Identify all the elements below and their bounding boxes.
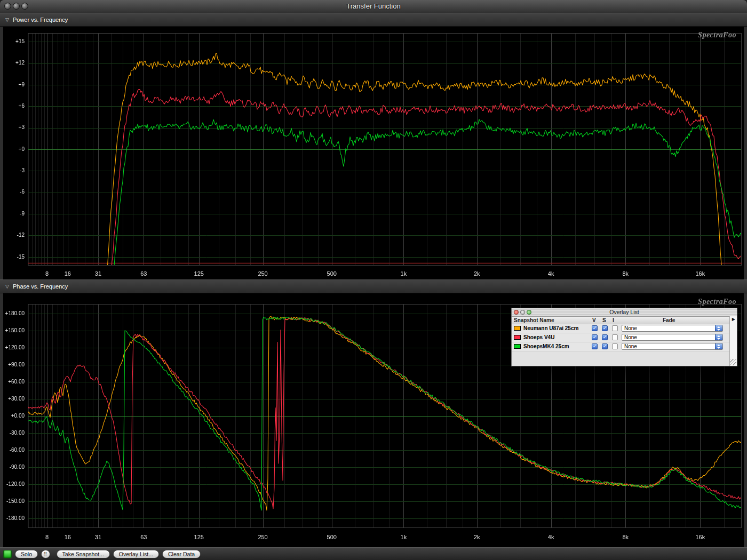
- invert-checkbox[interactable]: [612, 343, 618, 349]
- instrument-power-led[interactable]: [3, 550, 12, 558]
- power-header-label: Power vs. Frequency: [13, 17, 68, 23]
- clear-data-button[interactable]: Clear Data: [162, 550, 201, 558]
- overlay-list-window: Overlay List Snapshot Name V S I Fade ▶ …: [511, 308, 737, 366]
- solo-checkbox[interactable]: ✓: [602, 325, 608, 331]
- snapshot-name: Neumann U87ai 25cm: [523, 325, 578, 331]
- overlay-rows: Neumann U87ai 25cm✓✓NoneShoeps V4U✓✓None…: [512, 324, 729, 351]
- fade-value: None: [624, 325, 637, 332]
- invert-checkbox[interactable]: [612, 334, 618, 340]
- scroll-right-icon[interactable]: ▶: [732, 317, 735, 322]
- bottom-toolbar: Solo ⠿ Take Snapshot... Overlay List... …: [0, 547, 747, 560]
- titlebar[interactable]: Transfer Function: [0, 0, 747, 13]
- spectrafoo-logo: SpectraFoo: [698, 298, 736, 306]
- overlay-zoom-button[interactable]: [527, 310, 531, 315]
- close-button[interactable]: [4, 3, 11, 10]
- disclosure-triangle-icon[interactable]: ▽: [5, 284, 9, 289]
- fade-select[interactable]: None: [622, 325, 723, 332]
- overlay-close-button[interactable]: [514, 310, 519, 315]
- visible-checkbox[interactable]: ✓: [592, 325, 598, 331]
- snapshot-name: Shoeps V4U: [523, 334, 554, 340]
- minimize-button[interactable]: [13, 3, 20, 10]
- snapshot-color-swatch: [514, 344, 521, 349]
- snapshot-name: ShoepsMK4 25cm: [523, 343, 569, 349]
- overlay-minimize-button[interactable]: [520, 310, 525, 315]
- window-title: Transfer Function: [0, 0, 747, 13]
- fade-stepper-icon[interactable]: [715, 334, 722, 340]
- fade-select[interactable]: None: [622, 334, 723, 341]
- link-button[interactable]: ⠿: [41, 550, 50, 558]
- phase-section-header: ▽ Phase vs. Frequency: [0, 279, 747, 293]
- visible-checkbox[interactable]: ✓: [592, 343, 598, 349]
- spectrafoo-logo: SpectraFoo: [698, 31, 736, 39]
- overlay-scrollbar[interactable]: [729, 316, 737, 366]
- solo-button[interactable]: Solo: [15, 550, 38, 558]
- resize-grip[interactable]: [730, 359, 736, 365]
- col-solo: S: [602, 317, 606, 323]
- overlay-titlebar[interactable]: Overlay List: [512, 308, 737, 317]
- fade-select[interactable]: None: [622, 343, 723, 350]
- visible-checkbox[interactable]: ✓: [592, 334, 598, 340]
- col-visible: V: [592, 317, 596, 323]
- overlay-list-button[interactable]: Overlay List...: [113, 550, 159, 558]
- solo-checkbox[interactable]: ✓: [602, 343, 608, 349]
- phase-header-label: Phase vs. Frequency: [13, 283, 68, 290]
- app-window: Transfer Function ▽ Power vs. Frequency …: [0, 0, 747, 560]
- col-invert: I: [613, 317, 614, 323]
- take-snapshot-button[interactable]: Take Snapshot...: [57, 550, 110, 558]
- power-frequency-plot: [3, 27, 744, 279]
- overlay-row: ShoepsMK4 25cm✓✓None: [512, 342, 729, 351]
- disclosure-triangle-icon[interactable]: ▽: [5, 17, 9, 22]
- fade-stepper-icon[interactable]: [715, 343, 722, 349]
- overlay-row: Neumann U87ai 25cm✓✓None: [512, 324, 729, 333]
- snapshot-color-swatch: [514, 335, 521, 340]
- zoom-button[interactable]: [21, 3, 28, 10]
- solo-checkbox[interactable]: ✓: [602, 334, 608, 340]
- overlay-row: Shoeps V4U✓✓None: [512, 333, 729, 342]
- invert-checkbox[interactable]: [612, 325, 618, 331]
- fade-stepper-icon[interactable]: [715, 325, 722, 331]
- col-snapshot-name: Snapshot Name: [514, 317, 554, 323]
- overlay-title: Overlay List: [609, 309, 639, 315]
- col-fade: Fade: [663, 317, 675, 323]
- fade-value: None: [624, 343, 637, 350]
- fade-value: None: [624, 334, 637, 341]
- power-section-header: ▽ Power vs. Frequency: [0, 13, 747, 27]
- power-chart: SpectraFoo: [3, 27, 744, 279]
- snapshot-color-swatch: [514, 326, 521, 331]
